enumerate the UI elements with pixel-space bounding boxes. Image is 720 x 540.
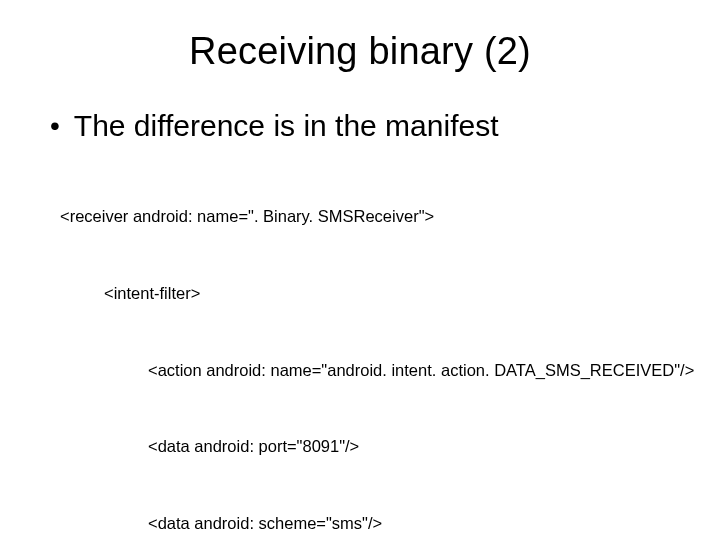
slide-title: Receiving binary (2) (48, 30, 672, 73)
bullet-dot-icon: • (50, 111, 60, 142)
code-snippet: <receiver android: name=". Binary. SMSRe… (48, 153, 672, 540)
bullet-text: The difference is in the manifest (74, 109, 499, 143)
code-line: <data android: port="8091"/> (60, 434, 672, 460)
bullet-item: • The difference is in the manifest (48, 109, 672, 143)
code-line: <action android: name="android. intent. … (60, 358, 672, 384)
slide: Receiving binary (2) • The difference is… (0, 0, 720, 540)
code-line: <data android: scheme="sms"/> (60, 511, 672, 537)
code-line: <intent-filter> (60, 281, 672, 307)
code-line: <receiver android: name=". Binary. SMSRe… (60, 204, 672, 230)
